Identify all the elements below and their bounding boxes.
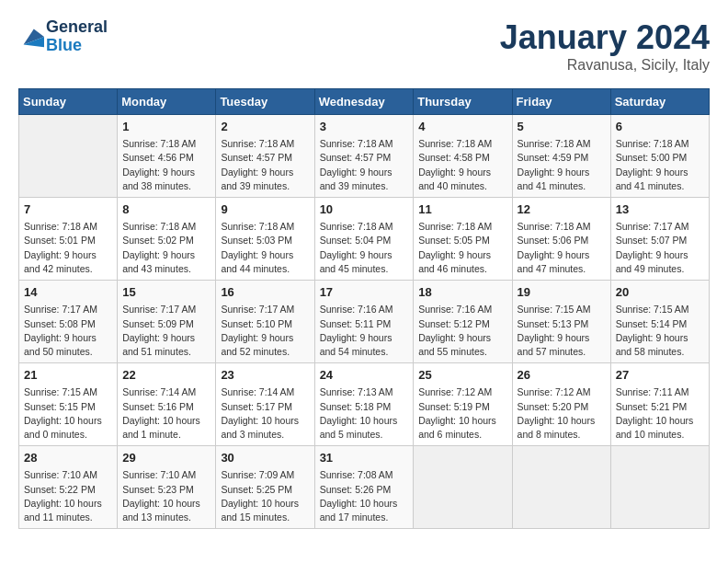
calendar-cell: 14Sunrise: 7:17 AMSunset: 5:08 PMDayligh… (19, 281, 118, 363)
day-number: 28 (24, 450, 112, 466)
day-info: Sunrise: 7:17 AMSunset: 5:07 PMDaylight:… (616, 220, 704, 276)
calendar-cell: 21Sunrise: 7:15 AMSunset: 5:15 PMDayligh… (19, 363, 118, 446)
day-info: Sunrise: 7:18 AMSunset: 5:01 PMDaylight:… (24, 220, 112, 276)
calendar-cell: 11Sunrise: 7:18 AMSunset: 5:05 PMDayligh… (414, 198, 512, 281)
day-number: 6 (616, 119, 704, 135)
day-number: 12 (518, 201, 606, 218)
calendar-cell: 3Sunrise: 7:18 AMSunset: 4:57 PMDaylight… (314, 115, 414, 198)
calendar-cell: 6Sunrise: 7:18 AMSunset: 5:00 PMDaylight… (610, 115, 709, 198)
day-number: 19 (518, 284, 606, 301)
calendar-cell: 12Sunrise: 7:18 AMSunset: 5:06 PMDayligh… (512, 198, 610, 281)
calendar-week-4: 21Sunrise: 7:15 AMSunset: 5:15 PMDayligh… (19, 363, 710, 446)
day-number: 8 (122, 201, 210, 218)
day-info: Sunrise: 7:18 AMSunset: 5:05 PMDaylight:… (418, 220, 506, 276)
weekday-header-monday: Monday (118, 89, 216, 115)
weekday-header-wednesday: Wednesday (314, 89, 414, 115)
location: Ravanusa, Sicily, Italy (500, 57, 710, 74)
day-number: 15 (122, 284, 210, 301)
day-info: Sunrise: 7:17 AMSunset: 5:09 PMDaylight:… (122, 303, 210, 359)
day-info: Sunrise: 7:18 AMSunset: 4:57 PMDaylight:… (320, 137, 409, 193)
day-number: 1 (122, 119, 210, 135)
logo-text: General Blue (46, 18, 108, 55)
calendar-cell (512, 446, 610, 529)
day-info: Sunrise: 7:11 AMSunset: 5:21 PMDaylight:… (616, 385, 704, 442)
weekday-header-saturday: Saturday (610, 89, 709, 115)
calendar-cell: 29Sunrise: 7:10 AMSunset: 5:23 PMDayligh… (118, 446, 216, 529)
day-info: Sunrise: 7:14 AMSunset: 5:16 PMDaylight:… (122, 385, 210, 442)
calendar-cell (19, 115, 118, 198)
calendar-cell: 2Sunrise: 7:18 AMSunset: 4:57 PMDaylight… (216, 115, 314, 198)
calendar-cell: 19Sunrise: 7:15 AMSunset: 5:13 PMDayligh… (512, 281, 610, 363)
day-number: 9 (221, 201, 309, 218)
calendar-cell: 13Sunrise: 7:17 AMSunset: 5:07 PMDayligh… (610, 198, 709, 281)
calendar-cell: 24Sunrise: 7:13 AMSunset: 5:18 PMDayligh… (314, 363, 414, 446)
day-number: 17 (320, 284, 409, 301)
calendar-cell (414, 446, 512, 529)
weekday-header-thursday: Thursday (414, 89, 512, 115)
day-info: Sunrise: 7:17 AMSunset: 5:08 PMDaylight:… (24, 303, 112, 359)
calendar-cell: 17Sunrise: 7:16 AMSunset: 5:11 PMDayligh… (314, 281, 414, 363)
calendar-week-2: 7Sunrise: 7:18 AMSunset: 5:01 PMDaylight… (19, 198, 710, 281)
calendar-cell: 28Sunrise: 7:10 AMSunset: 5:22 PMDayligh… (19, 446, 118, 529)
calendar-cell: 10Sunrise: 7:18 AMSunset: 5:04 PMDayligh… (314, 198, 414, 281)
calendar-cell: 23Sunrise: 7:14 AMSunset: 5:17 PMDayligh… (216, 363, 314, 446)
calendar-cell: 30Sunrise: 7:09 AMSunset: 5:25 PMDayligh… (216, 446, 314, 529)
day-number: 24 (320, 367, 409, 384)
calendar-cell: 31Sunrise: 7:08 AMSunset: 5:26 PMDayligh… (314, 446, 414, 529)
weekday-header-friday: Friday (512, 89, 610, 115)
day-info: Sunrise: 7:09 AMSunset: 5:25 PMDaylight:… (221, 468, 309, 524)
day-info: Sunrise: 7:18 AMSunset: 4:57 PMDaylight:… (221, 137, 309, 193)
day-number: 23 (221, 367, 309, 384)
calendar-week-5: 28Sunrise: 7:10 AMSunset: 5:22 PMDayligh… (19, 446, 710, 529)
day-number: 14 (24, 284, 112, 301)
day-number: 26 (518, 367, 606, 384)
month-title: January 2024 (500, 18, 710, 57)
calendar-cell: 7Sunrise: 7:18 AMSunset: 5:01 PMDaylight… (19, 198, 118, 281)
day-info: Sunrise: 7:18 AMSunset: 5:00 PMDaylight:… (616, 137, 704, 193)
calendar-cell: 27Sunrise: 7:11 AMSunset: 5:21 PMDayligh… (610, 363, 709, 446)
day-info: Sunrise: 7:10 AMSunset: 5:22 PMDaylight:… (24, 468, 112, 524)
weekday-header-tuesday: Tuesday (216, 89, 314, 115)
day-number: 18 (418, 284, 506, 301)
calendar-cell: 25Sunrise: 7:12 AMSunset: 5:19 PMDayligh… (414, 363, 512, 446)
day-number: 25 (418, 367, 506, 384)
day-info: Sunrise: 7:18 AMSunset: 5:03 PMDaylight:… (221, 220, 309, 276)
logo-icon (18, 24, 44, 50)
day-number: 13 (616, 201, 704, 218)
calendar-cell (610, 446, 709, 529)
calendar-cell: 4Sunrise: 7:18 AMSunset: 4:58 PMDaylight… (414, 115, 512, 198)
calendar-table: SundayMondayTuesdayWednesdayThursdayFrid… (18, 88, 710, 529)
calendar-cell: 26Sunrise: 7:12 AMSunset: 5:20 PMDayligh… (512, 363, 610, 446)
day-info: Sunrise: 7:18 AMSunset: 5:06 PMDaylight:… (518, 220, 606, 276)
day-info: Sunrise: 7:16 AMSunset: 5:11 PMDaylight:… (320, 303, 409, 359)
title-block: January 2024 Ravanusa, Sicily, Italy (500, 18, 710, 74)
day-number: 30 (221, 450, 309, 466)
calendar-cell: 1Sunrise: 7:18 AMSunset: 4:56 PMDaylight… (118, 115, 216, 198)
day-number: 10 (320, 201, 409, 218)
calendar-cell: 20Sunrise: 7:15 AMSunset: 5:14 PMDayligh… (610, 281, 709, 363)
day-info: Sunrise: 7:15 AMSunset: 5:14 PMDaylight:… (616, 303, 704, 359)
calendar-week-3: 14Sunrise: 7:17 AMSunset: 5:08 PMDayligh… (19, 281, 710, 363)
day-info: Sunrise: 7:18 AMSunset: 4:58 PMDaylight:… (418, 137, 506, 193)
calendar-week-1: 1Sunrise: 7:18 AMSunset: 4:56 PMDaylight… (19, 115, 710, 198)
day-number: 4 (418, 119, 506, 135)
day-number: 31 (320, 450, 409, 466)
weekday-header-sunday: Sunday (19, 89, 118, 115)
day-info: Sunrise: 7:18 AMSunset: 4:59 PMDaylight:… (518, 137, 606, 193)
day-info: Sunrise: 7:13 AMSunset: 5:18 PMDaylight:… (320, 385, 409, 442)
day-info: Sunrise: 7:18 AMSunset: 4:56 PMDaylight:… (122, 137, 210, 193)
day-number: 21 (24, 367, 112, 384)
weekday-header-row: SundayMondayTuesdayWednesdayThursdayFrid… (19, 89, 710, 115)
day-number: 22 (122, 367, 210, 384)
calendar-cell: 8Sunrise: 7:18 AMSunset: 5:02 PMDaylight… (118, 198, 216, 281)
day-info: Sunrise: 7:14 AMSunset: 5:17 PMDaylight:… (221, 385, 309, 442)
day-info: Sunrise: 7:10 AMSunset: 5:23 PMDaylight:… (122, 468, 210, 524)
day-info: Sunrise: 7:08 AMSunset: 5:26 PMDaylight:… (320, 468, 409, 524)
calendar-cell: 5Sunrise: 7:18 AMSunset: 4:59 PMDaylight… (512, 115, 610, 198)
page-header: General Blue January 2024 Ravanusa, Sici… (18, 18, 710, 74)
day-number: 3 (320, 119, 409, 135)
day-info: Sunrise: 7:12 AMSunset: 5:20 PMDaylight:… (518, 385, 606, 442)
day-info: Sunrise: 7:18 AMSunset: 5:02 PMDaylight:… (122, 220, 210, 276)
day-info: Sunrise: 7:12 AMSunset: 5:19 PMDaylight:… (418, 385, 506, 442)
day-info: Sunrise: 7:16 AMSunset: 5:12 PMDaylight:… (418, 303, 506, 359)
